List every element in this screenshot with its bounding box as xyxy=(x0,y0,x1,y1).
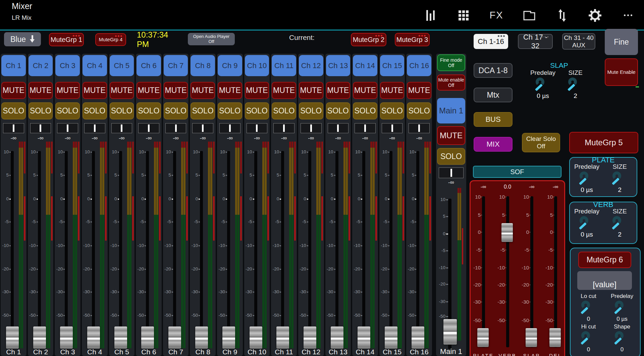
meters-icon[interactable] xyxy=(424,9,437,22)
fader-track[interactable] xyxy=(65,151,68,348)
fine-button[interactable]: Fine xyxy=(605,29,638,55)
fader-track[interactable] xyxy=(482,196,485,347)
pan-slider[interactable] xyxy=(30,123,51,133)
channel-select-button[interactable]: Ch 15 xyxy=(380,55,405,76)
mute-button[interactable]: MUTE xyxy=(380,82,405,99)
pan-slider[interactable] xyxy=(301,123,322,133)
channel-select-button[interactable]: Ch 3 xyxy=(55,55,80,76)
pan-slider[interactable] xyxy=(84,123,105,133)
tab-ch-1-16[interactable]: Ch 1-16 xyxy=(474,34,508,49)
pan-slider[interactable] xyxy=(192,123,213,133)
channel-select-button[interactable]: Ch 12 xyxy=(299,55,323,76)
rotary-knob[interactable] xyxy=(579,171,595,186)
fader-handle[interactable] xyxy=(358,326,370,349)
dca-button[interactable]: DCA 1-8 xyxy=(474,63,513,78)
rotary-knob[interactable] xyxy=(579,216,595,231)
mute-group-1-button[interactable]: MuteGrp 1 xyxy=(49,33,84,46)
solo-button[interactable]: SOLO xyxy=(326,102,351,119)
solo-button[interactable]: SOLO xyxy=(407,102,431,119)
channel-select-button[interactable]: Ch 4 xyxy=(83,55,107,76)
tab-ch-31-40-aux[interactable]: Ch 31 - 40AUX xyxy=(562,33,595,50)
fader-track[interactable] xyxy=(389,151,392,348)
channel-select-button[interactable]: Ch 10 xyxy=(245,55,269,76)
pan-slider[interactable] xyxy=(3,123,24,133)
channel-select-button[interactable]: Ch 14 xyxy=(353,55,377,76)
mute-button[interactable]: MUTE xyxy=(218,82,242,99)
channel-select-button[interactable]: Ch 8 xyxy=(191,55,215,76)
solo-button[interactable]: SOLO xyxy=(1,102,26,119)
main-solo-button[interactable]: SOLO xyxy=(437,148,465,165)
audio-player-button[interactable]: Open Audio PlayerOff xyxy=(188,33,235,45)
mute-group-6-button[interactable]: MuteGrp 6 xyxy=(578,252,631,268)
fader-track[interactable] xyxy=(506,196,509,347)
mute-button[interactable]: MUTE xyxy=(353,82,377,99)
rotary-knob[interactable] xyxy=(614,301,630,315)
pan-slider[interactable] xyxy=(247,123,268,133)
channel-grid-icon[interactable] xyxy=(457,9,470,22)
fader-track[interactable] xyxy=(173,151,176,348)
channel-select-button[interactable]: Ch 13 xyxy=(326,55,351,76)
fader-handle[interactable] xyxy=(222,326,235,349)
solo-button[interactable]: SOLO xyxy=(137,102,161,119)
settings-gear-icon[interactable] xyxy=(588,9,602,22)
main-mute-button[interactable]: MUTE xyxy=(437,126,465,145)
mix-button[interactable]: MIX xyxy=(474,137,513,152)
fader-handle[interactable] xyxy=(501,223,513,242)
fader-track[interactable] xyxy=(119,151,122,348)
solo-button[interactable]: SOLO xyxy=(299,102,323,119)
sof-button[interactable]: SOF xyxy=(473,166,561,178)
channel-select-button[interactable]: Ch 11 xyxy=(272,55,296,76)
fader-track[interactable] xyxy=(92,151,95,348)
mute-button[interactable]: MUTE xyxy=(55,82,80,99)
fader-handle[interactable] xyxy=(526,328,537,347)
pan-slider[interactable] xyxy=(409,123,430,133)
mute-button[interactable]: MUTE xyxy=(164,82,188,99)
mute-button[interactable]: MUTE xyxy=(137,82,161,99)
rotary-knob[interactable] xyxy=(568,78,583,92)
pan-slider[interactable] xyxy=(57,123,78,133)
mute-group-2-button[interactable]: MuteGrp 2 xyxy=(351,33,386,46)
pan-slider[interactable] xyxy=(355,123,376,133)
channel-select-button[interactable]: Ch 7 xyxy=(164,55,188,76)
fader-handle[interactable] xyxy=(168,326,181,349)
mute-button[interactable]: MUTE xyxy=(407,82,431,99)
fader-handle[interactable] xyxy=(304,326,316,349)
fader-handle[interactable] xyxy=(549,328,561,347)
channel-select-button[interactable]: Ch 9 xyxy=(218,55,242,76)
fader-track[interactable] xyxy=(200,151,203,348)
fine-mode-button[interactable]: Fine modeOff xyxy=(437,54,465,71)
mute-group-5-button[interactable]: MuteGrp 5 xyxy=(569,132,638,153)
solo-button[interactable]: SOLO xyxy=(218,102,242,119)
solo-button[interactable]: SOLO xyxy=(55,102,80,119)
fader-handle[interactable] xyxy=(33,326,46,349)
mute-button[interactable]: MUTE xyxy=(272,82,296,99)
mute-enable-button[interactable]: Mute Enable xyxy=(605,58,638,86)
pan-slider[interactable] xyxy=(138,123,159,133)
fader-handle[interactable] xyxy=(250,326,262,349)
folder-icon[interactable] xyxy=(523,9,536,22)
mtx-button[interactable]: Mtx xyxy=(474,88,513,102)
pan-slider[interactable] xyxy=(382,123,403,133)
mute-button[interactable]: MUTE xyxy=(83,82,107,99)
bus-button[interactable]: BUS xyxy=(474,112,513,127)
fader-track[interactable] xyxy=(554,196,557,347)
mute-button[interactable]: MUTE xyxy=(110,82,134,99)
pan-slider[interactable] xyxy=(165,123,186,133)
rotary-knob[interactable] xyxy=(535,78,551,92)
solo-button[interactable]: SOLO xyxy=(272,102,296,119)
mute-button[interactable]: MUTE xyxy=(326,82,351,99)
value-display[interactable]: [value] xyxy=(577,271,632,290)
fader-handle[interactable] xyxy=(195,326,208,349)
fader-handle[interactable] xyxy=(114,326,127,349)
solo-button[interactable]: SOLO xyxy=(353,102,377,119)
tab-ch-17-32[interactable]: Ch 17 - 32 xyxy=(518,34,553,49)
fader-handle[interactable] xyxy=(141,326,154,349)
fader-track[interactable] xyxy=(362,151,365,348)
fader-track[interactable] xyxy=(38,151,41,348)
pan-slider[interactable] xyxy=(439,167,464,178)
channel-select-button[interactable]: Ch 2 xyxy=(29,55,53,76)
mute-button[interactable]: MUTE xyxy=(1,82,26,99)
channel-select-button[interactable]: Ch 1 xyxy=(1,55,26,76)
pan-slider[interactable] xyxy=(328,123,349,133)
fader-handle[interactable] xyxy=(87,326,100,349)
